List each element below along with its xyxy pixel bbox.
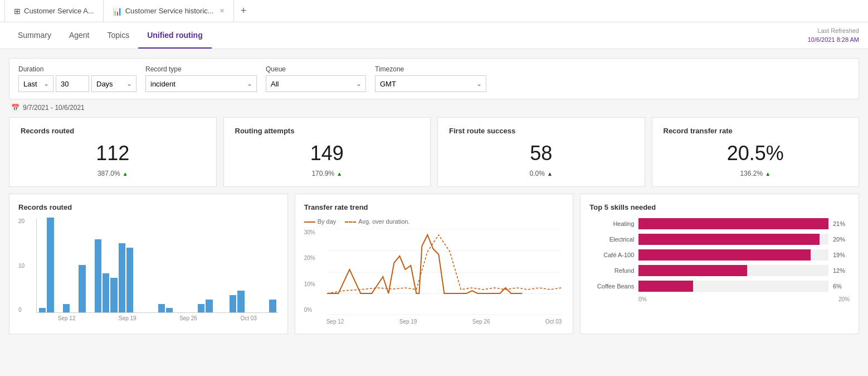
- line-chart-x-labels: Sep 12 Sep 19 Sep 26 Oct 03: [324, 319, 564, 325]
- solid-legend-icon: [304, 221, 315, 223]
- kpi-records-routed: Records routed 112 387.0% ▲: [9, 117, 217, 187]
- trend-arrow-black: ▲: [547, 171, 553, 177]
- duration-unit-select[interactable]: Days Weeks Months: [91, 75, 136, 92]
- historic-tab-icon: 📊: [113, 7, 122, 16]
- chart-row: Records routed 20 10 0 Sep 12 Sep 19 Sep…: [9, 194, 859, 334]
- hbar-row: Heating21%: [589, 218, 850, 229]
- duration-value-input[interactable]: [56, 75, 89, 92]
- hbar-pct: 21%: [833, 220, 850, 227]
- hbar-fill: [638, 234, 819, 245]
- hbar-label: Coffee Beans: [589, 283, 634, 290]
- nav-tab-bar: Summary Agent Topics Unified routing Las…: [0, 22, 868, 49]
- last-refreshed: Last Refreshed 10/6/2021 8:28 AM: [808, 27, 859, 44]
- bar-item: [103, 273, 109, 312]
- hbar-label: Heating: [589, 220, 634, 227]
- hbar-track: [638, 249, 828, 261]
- record-type-wrapper[interactable]: incident case all: [145, 75, 257, 92]
- queue-filter: Queue All Queue 1 Queue 2: [266, 65, 366, 92]
- bar-item: [95, 239, 101, 312]
- app-tab[interactable]: ⊞ Customer Service A...: [4, 0, 104, 22]
- tab-topics[interactable]: Topics: [99, 22, 139, 49]
- bar-item: [63, 304, 70, 312]
- historic-tab-label: Customer Service historic...: [125, 7, 214, 15]
- hbar-axis: 0% 20%: [589, 296, 850, 302]
- hbar-chart: Heating21%Electrical20%Café A-10019%Refu…: [589, 218, 850, 292]
- x-label-sep26: Sep 26: [179, 315, 197, 321]
- hbar-row: Refund12%: [589, 265, 850, 276]
- transfer-rate-svg: [324, 229, 564, 316]
- hbar-label: Refund: [589, 267, 634, 274]
- add-tab-button[interactable]: +: [234, 5, 253, 17]
- hbar-pct: 6%: [833, 283, 850, 290]
- close-tab-button[interactable]: ✕: [220, 7, 225, 15]
- record-type-filter: Record type incident case all: [145, 65, 257, 92]
- bar-item: [269, 300, 276, 312]
- hbar-row: Coffee Beans6%: [589, 281, 850, 292]
- hbar-fill: [638, 218, 828, 229]
- bar-item: [126, 248, 133, 312]
- x-label-sep12: Sep 12: [58, 315, 76, 321]
- bar-item: [79, 265, 85, 312]
- bar-item: [206, 300, 212, 312]
- trend-arrow-green: ▲: [123, 171, 128, 177]
- chart-legend: By day Avg. over duration.: [304, 218, 564, 225]
- kpi-transfer-rate: Record transfer rate 20.5% 136.2% ▲: [652, 117, 860, 187]
- hbar-label: Café A-100: [589, 252, 634, 258]
- hbar-track: [638, 234, 828, 245]
- bar-item: [47, 218, 53, 312]
- record-type-select[interactable]: incident case all: [145, 75, 257, 92]
- duration-unit-wrapper[interactable]: Days Weeks Months: [91, 75, 136, 92]
- hbar-chart-card: Top 5 skills needed Heating21%Electrical…: [580, 194, 859, 334]
- bar-item: [198, 304, 204, 312]
- tab-unified-routing[interactable]: Unified routing: [138, 22, 212, 49]
- x-label-sep19: Sep 19: [119, 315, 136, 321]
- calendar-icon: 📅: [11, 104, 19, 112]
- kpi-routing-attempts: Routing attempts 149 170.9% ▲: [223, 117, 431, 187]
- duration-preset-wrapper[interactable]: Last: [18, 75, 53, 92]
- hbar-row: Electrical20%: [589, 234, 850, 245]
- hbar-row: Café A-10019%: [589, 249, 850, 261]
- queue-select[interactable]: All Queue 1 Queue 2: [266, 75, 366, 92]
- hbar-track: [638, 265, 828, 276]
- bar-item: [166, 308, 173, 312]
- bar-chart-card: Records routed 20 10 0 Sep 12 Sep 19 Sep…: [9, 194, 288, 334]
- app-tab-icon: ⊞: [14, 7, 21, 16]
- browser-tab-bar: ⊞ Customer Service A... 📊 Customer Servi…: [0, 0, 868, 22]
- app-tab-label: Customer Service A...: [24, 7, 94, 15]
- date-range-display: 📅 9/7/2021 - 10/6/2021: [9, 104, 859, 112]
- hbar-track: [638, 281, 828, 292]
- hbar-track: [638, 218, 828, 229]
- trend-arrow-green: ▲: [765, 171, 771, 177]
- kpi-first-route-success: First route success 58 0.0% ▲: [437, 117, 645, 187]
- bar-item: [39, 308, 46, 312]
- tab-summary[interactable]: Summary: [9, 22, 60, 49]
- bar-item: [230, 295, 236, 312]
- queue-wrapper[interactable]: All Queue 1 Queue 2: [266, 75, 366, 92]
- bar-item: [119, 243, 125, 312]
- x-label-oct03: Oct 03: [240, 315, 256, 321]
- hbar-pct: 20%: [833, 236, 850, 243]
- hbar-pct: 12%: [833, 267, 850, 274]
- timezone-wrapper[interactable]: GMT UTC EST PST: [375, 75, 486, 92]
- line-chart-card: Transfer rate trend By day Avg. over dur…: [295, 194, 574, 334]
- hbar-pct: 19%: [833, 252, 850, 258]
- hbar-fill: [638, 281, 693, 292]
- bar-item: [158, 304, 165, 312]
- hbar-fill: [638, 265, 747, 276]
- tab-agent[interactable]: Agent: [60, 22, 99, 49]
- duration-filter: Duration Last Days Weeks Months: [18, 65, 136, 92]
- dashed-legend-icon: [345, 221, 356, 223]
- filter-row: Duration Last Days Weeks Months: [9, 58, 859, 99]
- kpi-row: Records routed 112 387.0% ▲ Routing atte…: [9, 117, 859, 187]
- trend-arrow-green: ▲: [337, 171, 342, 177]
- hbar-label: Electrical: [589, 236, 634, 243]
- bar-item: [237, 291, 244, 312]
- timezone-select[interactable]: GMT UTC EST PST: [375, 75, 486, 92]
- timezone-filter: Timezone GMT UTC EST PST: [375, 65, 486, 92]
- bar-item: [110, 278, 117, 312]
- hbar-fill: [638, 249, 810, 261]
- main-content: Duration Last Days Weeks Months: [0, 49, 868, 343]
- duration-preset-select[interactable]: Last: [18, 75, 53, 92]
- historic-tab[interactable]: 📊 Customer Service historic... ✕: [104, 0, 234, 22]
